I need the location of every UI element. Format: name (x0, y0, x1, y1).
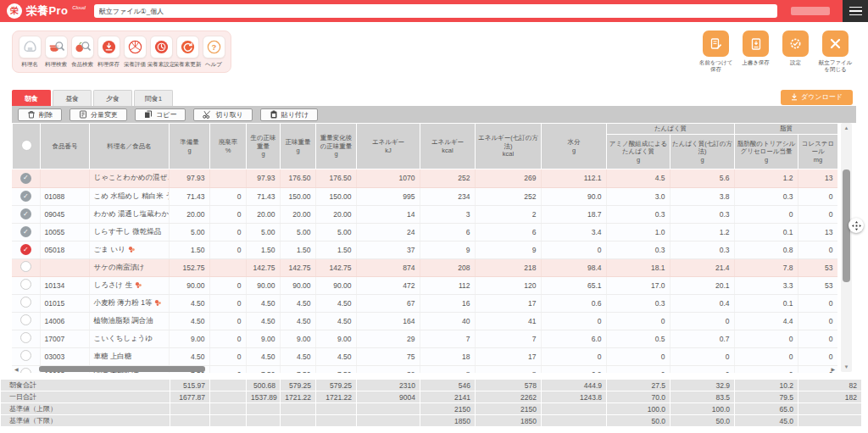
col-header-net-weight[interactable]: 正味重量g (281, 124, 316, 169)
tab-snack1[interactable]: 間食1 (134, 90, 173, 106)
overwrite-save-button[interactable]: 上書き保存 (737, 31, 775, 74)
value-cell: 4.50 (280, 347, 315, 365)
food-row[interactable]: ✓09045わかめ 湯通し塩蔵わかめ 塩抜き 生20.00020.0020.00… (12, 205, 837, 223)
value-cell: 9.00 (315, 330, 356, 347)
horizontal-scrollbar-thumb[interactable] (39, 366, 205, 372)
horizontal-scrollbar[interactable]: ◀ ▶ (12, 365, 837, 373)
col-header-energy-kj[interactable]: エネルギーkJ (357, 124, 420, 169)
value-cell: 0.8 (734, 241, 798, 258)
value-cell: 24 (356, 223, 420, 241)
value-cell: 97.93 (246, 169, 280, 187)
col-header-energy-7th-kcal[interactable]: エネルギー(七訂の方法)kcal (476, 124, 542, 169)
value-cell: 0.3 (606, 294, 670, 312)
summary-value-cell: 82 (798, 380, 862, 391)
row-checkbox[interactable] (20, 261, 31, 272)
scroll-down-arrow[interactable]: ▼ (841, 364, 852, 369)
food-row[interactable]: ✓10055しらす干し 微乾燥品5.0005.005.005.0024663.4… (12, 223, 837, 241)
settings-button[interactable]: 設定 (776, 31, 815, 74)
nutrition-table: 食品番号 料理名／食品名 準備量g 廃棄率% 生の正味重量g 正味重量g 重量変… (12, 123, 856, 373)
food-row[interactable]: 01015小麦粉 薄力粉 1等4.5004.504.504.506716170.… (12, 294, 837, 312)
row-checkbox[interactable]: ✓ (20, 208, 31, 219)
tab-lunch[interactable]: 昼食 (53, 90, 92, 106)
summary-value-cell (281, 415, 316, 427)
tab-breakfast[interactable]: 朝食 (12, 90, 51, 106)
toolbar-item-help[interactable]: ? ヘルプ (201, 36, 226, 69)
col-header-amino-protein[interactable]: アミノ酸組成によるたんぱく質g (607, 135, 670, 169)
row-checkbox[interactable] (20, 350, 31, 361)
food-row[interactable]: 14006植物油脂類 調合油4.5004.504.504.50164404100… (12, 312, 837, 330)
save-as-button[interactable]: 名前をつけて保存 (697, 31, 735, 74)
dish-row[interactable]: サケの南蛮漬け152.75142.75142.75142.75874208218… (12, 258, 837, 276)
row-checkbox[interactable]: ✓ (20, 226, 31, 237)
value-cell: 0.1 (734, 294, 798, 312)
tab-dinner[interactable]: 夕食 (93, 90, 132, 106)
summary-value-cell: 1850 (476, 415, 542, 427)
amount-change-button[interactable]: 分量変更 (70, 108, 127, 121)
menu-file-name-input[interactable] (94, 4, 777, 18)
toolbar-item-food-search[interactable]: 食品検索 (70, 36, 95, 69)
value-cell: 90.00 (280, 276, 315, 294)
col-header-dish-food-name[interactable]: 料理名／食品名 (90, 124, 170, 169)
value-cell: 142.75 (280, 258, 315, 276)
table-header: 食品番号 料理名／食品名 準備量g 廃棄率% 生の正味重量g 正味重量g 重量変… (12, 123, 838, 169)
row-checkbox[interactable] (20, 332, 31, 343)
row-checkbox[interactable]: ✓ (20, 173, 31, 184)
paste-button[interactable]: 貼り付け (260, 108, 318, 121)
toolbar-item-nutrient-setting[interactable]: 栄養素設定 (148, 36, 174, 69)
settings-gear-icon (782, 31, 809, 57)
cut-button[interactable]: 切り取り (193, 108, 252, 121)
toolbar-item-dish-save[interactable]: 料理保存 (96, 36, 121, 69)
toolbar-item-nutrition-eval[interactable]: 栄養評価 (122, 36, 147, 69)
toolbar-item-nutrient-update[interactable]: 栄養素更新 (175, 36, 200, 69)
value-cell: 472 (356, 276, 420, 294)
action-label: コピー (156, 110, 176, 119)
toolbar-item-dish-search[interactable]: 料理検索 (43, 36, 69, 69)
value-cell: 9 (420, 241, 475, 258)
row-checkbox[interactable]: ✓ (20, 191, 31, 202)
col-header-cholesterol[interactable]: コレステロールmg (798, 135, 838, 169)
summary-value-cell: 65.0 (735, 403, 798, 415)
row-checkbox[interactable] (20, 314, 31, 325)
food-row[interactable]: ✓01088こめ 水稲めし 精白米 うるち米71.43071.43150.001… (12, 187, 837, 205)
col-header-protein-7th[interactable]: たんぱく質(七訂の方法)g (670, 135, 735, 169)
col-header-raw-net-weight[interactable]: 生の正味重量g (247, 124, 281, 169)
scroll-up-arrow[interactable]: ▲ (841, 125, 852, 130)
col-header-net-weight-after-change[interactable]: 重量変化後の正味重量g (316, 124, 357, 169)
hamburger-menu-icon[interactable] (843, 0, 868, 22)
close-file-button[interactable]: 献立ファイルを閉じる (816, 31, 854, 74)
vertical-scrollbar[interactable]: ▲ ▼ (841, 123, 852, 372)
move-handle-button[interactable] (849, 218, 864, 233)
value-cell: 0 (798, 330, 837, 347)
value-cell: 67 (356, 294, 420, 312)
dish-row[interactable]: ✓じゃことわかめの混ぜごはん97.9397.93176.50176.501070… (12, 169, 837, 187)
download-button[interactable]: ダウンロード (781, 90, 853, 105)
summary-value-cell (542, 403, 607, 415)
select-all-checkbox[interactable] (21, 140, 32, 151)
scroll-left-arrow[interactable]: ◀ (14, 366, 19, 372)
copy-button[interactable]: コピー (135, 108, 186, 121)
col-header-energy-kcal[interactable]: エネルギーkcal (420, 124, 476, 169)
row-checkbox[interactable]: ✓ (20, 244, 31, 255)
col-header-triacylglycerol[interactable]: 脂肪酸のトリアシルグリセロール当量g (735, 135, 798, 169)
value-cell: 4.50 (315, 312, 356, 330)
food-row[interactable]: ✓05018ごま いり1.5001.501.501.50379900.30.30… (12, 241, 837, 258)
help-icon: ? (203, 36, 225, 58)
value-cell: 17 (475, 347, 541, 365)
toolbar-item-dish-name[interactable]: 料理名 (17, 36, 42, 69)
delete-button[interactable]: 削除 (18, 108, 62, 121)
value-cell: 0 (209, 241, 246, 258)
scroll-right-arrow[interactable]: ▶ (831, 366, 835, 372)
food-row[interactable]: 17007こいくちしょうゆ9.0009.009.009.0029776.00.5… (12, 330, 837, 347)
row-checkbox[interactable] (20, 297, 31, 308)
value-cell: 0 (734, 205, 798, 223)
value-cell: 142.75 (246, 258, 280, 276)
food-row[interactable]: 03003車糖 上白糖4.5004.504.504.5075181700000 (12, 347, 837, 365)
row-checkbox[interactable] (20, 279, 31, 290)
food-name-cell: 小麦粉 薄力粉 1等 (89, 294, 169, 312)
col-header-water[interactable]: 水分g (542, 124, 607, 169)
col-header-food-number[interactable]: 食品番号 (41, 124, 90, 169)
summary-value-cell (170, 403, 210, 415)
food-row[interactable]: 10134しろさけ 生90.00090.0090.0090.0047211212… (12, 276, 837, 294)
col-header-prep-amount[interactable]: 準備量g (170, 124, 210, 169)
col-header-waste-rate[interactable]: 廃棄率% (210, 124, 247, 169)
